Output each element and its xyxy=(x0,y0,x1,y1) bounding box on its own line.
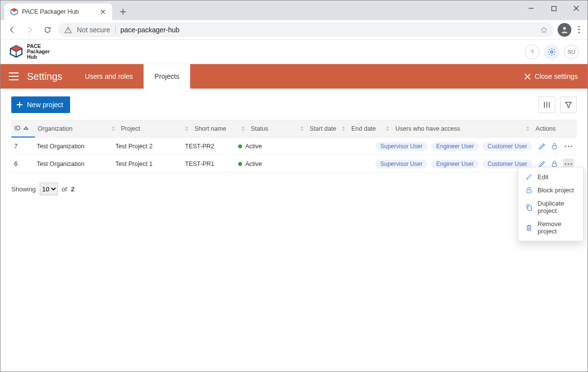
status-dot-icon xyxy=(238,144,242,148)
svg-point-14 xyxy=(564,163,566,164)
col-project-label: Project xyxy=(121,125,140,132)
svg-point-7 xyxy=(532,53,532,54)
settings-header: Settings Users and roles Projects Close … xyxy=(0,64,588,89)
url-separator xyxy=(115,25,116,34)
menu-item-edit[interactable]: Edit xyxy=(518,170,583,184)
new-tab-button[interactable] xyxy=(116,5,130,19)
menu-item-remove[interactable]: Remove project xyxy=(518,217,583,238)
tab-projects-label: Projects xyxy=(154,72,179,80)
col-users-label: Users who have access xyxy=(395,125,460,132)
content-area: New project ID Organization xyxy=(0,89,588,203)
bookmark-star-icon[interactable] xyxy=(540,26,548,34)
new-project-button[interactable]: New project xyxy=(11,96,70,113)
copy-icon xyxy=(525,204,533,211)
menu-item-duplicate[interactable]: Duplicate project xyxy=(518,197,583,217)
cell-status: Active xyxy=(235,143,291,150)
sort-icon xyxy=(241,126,245,132)
brand-line3: Hub xyxy=(27,54,50,60)
svg-point-10 xyxy=(564,145,566,147)
col-status-label: Status xyxy=(251,125,268,132)
app-brand-text: PACE Packager Hub xyxy=(27,44,50,60)
col-org-label: Organization xyxy=(38,125,73,132)
tab-users-and-roles[interactable]: Users and roles xyxy=(74,64,144,89)
browser-tab-title: PACE Packager Hub xyxy=(22,8,96,15)
nav-forward-button[interactable] xyxy=(23,23,37,37)
window-minimize-button[interactable] xyxy=(520,0,542,16)
col-start-label: Start date xyxy=(310,125,336,132)
app-window: PACE Packager Hub Not secure pace-packag… xyxy=(0,0,588,372)
browser-tab[interactable]: PACE Packager Hub xyxy=(4,3,112,20)
svg-point-16 xyxy=(570,163,572,164)
sort-icon xyxy=(111,126,115,132)
filter-button[interactable] xyxy=(560,96,577,113)
col-header-actions: Actions xyxy=(533,125,577,132)
window-maximize-button[interactable] xyxy=(542,0,565,16)
columns-button[interactable] xyxy=(539,96,555,113)
hamburger-button[interactable] xyxy=(0,72,27,80)
cell-short-name: TEST-PR2 xyxy=(182,143,236,150)
cell-organization: Test Organization xyxy=(34,143,113,150)
app-brand[interactable]: PACE Packager Hub xyxy=(9,44,50,60)
col-header-users[interactable]: Users who have access xyxy=(392,125,533,132)
svg-rect-9 xyxy=(552,146,557,149)
user-chip[interactable]: Supervisor User xyxy=(375,142,427,151)
window-controls xyxy=(520,0,588,16)
lock-row-icon[interactable] xyxy=(551,142,558,150)
settings-gear-button[interactable] xyxy=(544,45,559,59)
pagination: Showing 10 of 2 xyxy=(11,183,577,195)
col-header-short-name[interactable]: Short name xyxy=(192,125,248,132)
col-header-project[interactable]: Project xyxy=(118,125,192,132)
user-chip[interactable]: Engineer User xyxy=(431,142,479,151)
svg-rect-13 xyxy=(552,163,557,166)
tab-users-label: Users and roles xyxy=(85,72,133,80)
nav-reload-button[interactable] xyxy=(41,23,54,37)
svg-rect-17 xyxy=(527,190,531,193)
pencil-icon xyxy=(525,173,533,181)
chrome-profile-button[interactable] xyxy=(558,23,571,37)
col-header-end-date[interactable]: End date xyxy=(348,125,392,132)
table-header: ID Organization Project Short name Statu… xyxy=(11,120,577,138)
close-tab-icon[interactable] xyxy=(99,8,106,15)
chrome-menu-button[interactable] xyxy=(575,26,583,33)
trash-icon xyxy=(525,224,533,232)
table-row: 7 Test Organization Test Project 2 TEST-… xyxy=(11,138,577,155)
col-header-status[interactable]: Status xyxy=(248,125,307,132)
cell-organization: Test Organization xyxy=(34,161,113,167)
cell-actions xyxy=(535,141,577,152)
col-short-label: Short name xyxy=(195,125,226,132)
settings-title: Settings xyxy=(27,71,62,82)
more-actions-button[interactable] xyxy=(563,141,574,152)
col-header-organization[interactable]: Organization xyxy=(35,125,118,132)
status-text: Active xyxy=(245,143,262,150)
svg-point-8 xyxy=(551,50,553,53)
col-header-start-date[interactable]: Start date xyxy=(307,125,348,132)
sort-icon xyxy=(185,126,189,132)
plus-icon xyxy=(16,101,23,108)
col-header-id[interactable]: ID xyxy=(11,120,35,138)
user-chip[interactable]: Supervisor User xyxy=(375,160,427,168)
close-settings-label: Close settings xyxy=(535,72,578,80)
url-text: pace-packager-hub xyxy=(121,26,180,34)
window-close-button[interactable] xyxy=(565,0,588,16)
user-chip[interactable]: Customer User xyxy=(483,142,532,151)
user-chip[interactable]: Engineer User xyxy=(431,160,479,168)
tab-projects[interactable]: Projects xyxy=(144,64,190,89)
app-logo-icon xyxy=(9,45,23,58)
col-end-label: End date xyxy=(351,125,376,132)
cell-short-name: TEST-PR1 xyxy=(182,161,236,167)
page-size-select[interactable]: 10 xyxy=(40,183,58,195)
user-badge-text: SU xyxy=(567,49,575,55)
menu-item-block[interactable]: Block project xyxy=(518,184,583,197)
table-row: 6 Test Organization Test Project 1 TEST-… xyxy=(11,155,577,173)
nav-back-button[interactable] xyxy=(5,23,19,37)
edit-row-icon[interactable] xyxy=(538,142,546,150)
cell-id: 7 xyxy=(11,143,34,150)
close-settings-button[interactable]: Close settings xyxy=(514,64,588,89)
help-button[interactable] xyxy=(525,45,539,59)
url-field[interactable]: Not secure pace-packager-hub xyxy=(58,23,554,37)
lock-row-icon[interactable] xyxy=(551,160,558,167)
browser-tabstrip: PACE Packager Hub xyxy=(0,0,588,20)
paging-showing-label: Showing xyxy=(11,186,36,193)
user-badge[interactable]: SU xyxy=(564,45,579,59)
cell-project: Test Project 1 xyxy=(113,161,182,167)
